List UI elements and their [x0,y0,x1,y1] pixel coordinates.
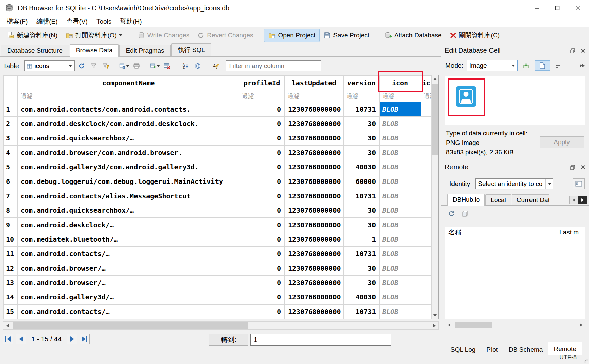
cell-version[interactable]: 10731 [344,305,380,319]
cell-extra[interactable] [421,203,432,218]
tab-browse-data[interactable]: Browse Data [70,44,119,57]
column-header-lastUpdated[interactable]: lastUpdated [285,76,344,90]
remote-horizontal-scrollbar[interactable] [445,321,585,329]
first-record-button[interactable] [3,334,13,344]
cell-version[interactable]: 30 [344,146,380,160]
row-number[interactable]: 8 [4,203,18,218]
row-number[interactable]: 14 [4,290,18,305]
tab-db-schema[interactable]: DB Schema [503,344,548,355]
row-number[interactable]: 15 [4,305,18,319]
filter-icon[interactable]: 過濾 [380,90,421,102]
remote-column-last-modified[interactable]: Last m [556,227,585,238]
cell-version[interactable]: 30 [344,203,380,218]
goto-button[interactable]: 轉到: [209,334,248,346]
cell-lastUpdated[interactable]: 1230768000000 [285,117,344,131]
row-number[interactable]: 9 [4,218,18,232]
cell-extra[interactable] [421,189,432,203]
filter-conditions-button[interactable] [101,61,111,71]
remote-scroll-right-button[interactable] [577,321,585,329]
filter-version[interactable]: 過濾 [344,90,380,102]
menu-file[interactable]: 檔案(F) [2,15,32,28]
cell-componentName[interactable]: com.android.contacts/… [18,305,239,319]
save-results-dropdown-icon[interactable] [126,65,129,67]
cell-version[interactable]: 30 [344,131,380,146]
menu-help[interactable]: 幫助(H) [116,15,146,28]
horizontal-scroll-thumb[interactable] [13,322,248,329]
cell-icon[interactable]: BLOB [380,131,421,146]
cell-version[interactable]: 10731 [344,189,380,203]
cell-extra[interactable] [421,290,432,305]
cell-version[interactable]: 10731 [344,102,380,117]
horizontal-scroll-track[interactable] [11,322,430,329]
cell-componentName[interactable]: com.android.browser/… [18,276,239,290]
cell-profileId[interactable]: 0 [239,189,285,203]
cell-componentName[interactable]: com.debug.loggerui/com.debug.loggerui.Ma… [18,174,239,189]
cell-extra[interactable] [421,218,432,232]
scroll-up-button[interactable] [432,75,438,82]
cell-componentName[interactable]: com.android.browser/… [18,261,239,276]
goto-record-input[interactable] [250,334,391,346]
cell-profileId[interactable]: 0 [239,117,285,131]
save-results-button[interactable] [119,61,129,71]
column-header-icon[interactable]: icon [380,76,421,90]
filter-any-column-input[interactable] [226,60,321,71]
maximize-button[interactable] [547,0,568,16]
clear-filters-button[interactable] [89,61,99,71]
column-header-componentName[interactable]: componentName [18,76,239,90]
filter-componentName[interactable]: 過濾 [18,90,239,102]
cell-extra[interactable] [421,305,432,319]
close-panel-icon[interactable] [581,48,585,53]
cell-lastUpdated[interactable]: 1230768000000 [285,160,344,174]
cell-icon[interactable]: BLOB [380,261,421,276]
cell-componentName[interactable]: com.android.gallery3d/… [18,290,239,305]
cell-componentName[interactable]: com.android.quicksearchbox/… [18,203,239,218]
delete-record-button[interactable] [162,61,172,71]
toolbar-overflow-button[interactable] [580,64,585,67]
column-header-partial[interactable]: ic [421,76,432,90]
cell-version[interactable]: 30 [344,218,380,232]
row-number[interactable]: 3 [4,131,18,146]
cell-lastUpdated[interactable]: 1230768000000 [285,290,344,305]
cell-icon[interactable]: BLOB [380,247,421,261]
tab-local[interactable]: Local [485,194,511,205]
cell-lastUpdated[interactable]: 1230768000000 [285,203,344,218]
last-record-button[interactable] [80,334,90,344]
cell-componentName[interactable]: com.android.browser/com.android.browser. [18,146,239,160]
attach-database-button[interactable]: Attach Database [381,29,445,42]
minimize-button[interactable] [526,0,547,16]
cell-lastUpdated[interactable]: 1230768000000 [285,218,344,232]
float-panel-icon[interactable] [570,165,575,170]
cell-icon[interactable]: BLOB [380,232,421,247]
cell-version[interactable]: 1 [344,232,380,247]
tab-edit-pragmas[interactable]: Edit Pragmas [119,45,170,56]
insert-record-button[interactable] [150,61,160,71]
cell-componentName[interactable]: com.android.contacts/com.android.contact… [18,102,239,117]
cell-extra[interactable] [421,160,432,174]
open-project-button[interactable]: Open Project [264,29,319,42]
vertical-scrollbar[interactable] [431,75,438,319]
cell-version[interactable]: 30 [344,261,380,276]
row-number[interactable]: 7 [4,189,18,203]
cell-extra[interactable] [421,146,432,160]
cell-version[interactable]: 30 [344,117,380,131]
encoding-button[interactable] [193,61,203,71]
cell-icon[interactable]: BLOB [380,203,421,218]
cell-icon[interactable]: BLOB [380,276,421,290]
cell-profileId[interactable]: 0 [239,146,285,160]
manage-identities-button[interactable] [573,178,585,189]
tab-current-database[interactable]: Current Dat [512,194,549,205]
cell-profileId[interactable]: 0 [239,261,285,276]
row-number[interactable]: 4 [4,146,18,160]
open-database-dropdown-icon[interactable] [119,34,122,36]
cell-profileId[interactable]: 0 [239,305,285,319]
horizontal-scrollbar[interactable] [3,321,439,330]
cell-componentName[interactable]: com.android.quicksearchbox/… [18,131,239,146]
apply-button[interactable]: Apply [540,136,584,148]
cell-extra[interactable] [421,247,432,261]
cell-lastUpdated[interactable]: 1230768000000 [285,261,344,276]
cell-componentName[interactable]: com.android.contacts/alias.MessageShortc… [18,189,239,203]
tab-remote[interactable]: Remote [548,342,582,355]
cell-profileId[interactable]: 0 [239,218,285,232]
refresh-button[interactable] [77,61,87,71]
float-panel-icon[interactable] [570,48,575,53]
